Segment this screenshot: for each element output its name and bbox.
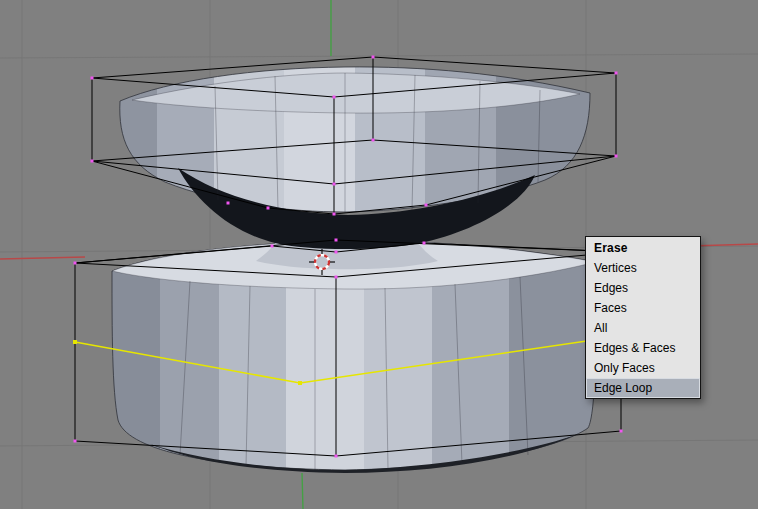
erase-menu: Erase Vertices Edges Faces All Edges & F… — [585, 236, 701, 399]
blender-3d-viewport[interactable]: Erase Vertices Edges Faces All Edges & F… — [0, 0, 758, 509]
menu-item-only-faces[interactable]: Only Faces — [586, 358, 700, 378]
y-axis-line-bottom — [302, 473, 303, 509]
menu-item-edges[interactable]: Edges — [586, 278, 700, 298]
mesh-object[interactable] — [112, 67, 596, 473]
menu-item-faces[interactable]: Faces — [586, 298, 700, 318]
menu-item-edges-faces[interactable]: Edges & Faces — [586, 338, 700, 358]
menu-item-vertices[interactable]: Vertices — [586, 258, 700, 278]
menu-item-edge-loop[interactable]: Edge Loop — [586, 378, 700, 398]
menu-title: Erase — [586, 237, 700, 258]
menu-item-all[interactable]: All — [586, 318, 700, 338]
